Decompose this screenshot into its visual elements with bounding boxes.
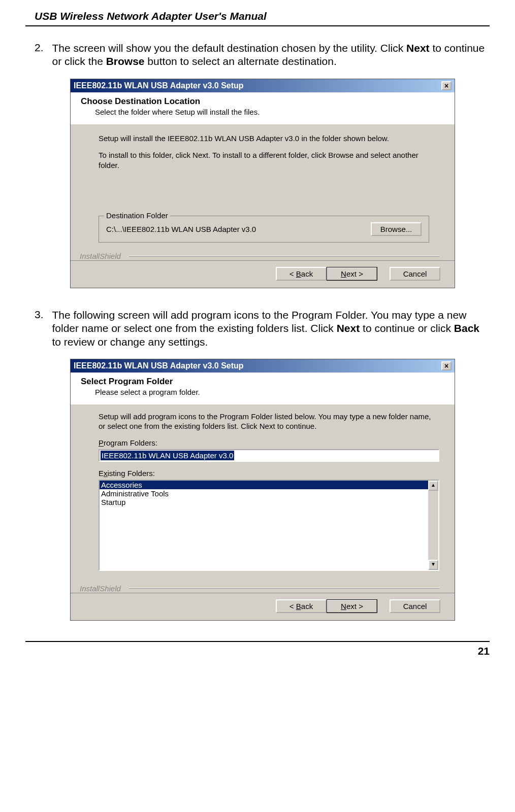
dialog-subheading: Please select a program folder.: [95, 388, 439, 396]
dialog-heading: Select Program Folder: [81, 377, 439, 387]
content-panel: Setup will install the IEEE802.11b WLAN …: [71, 124, 455, 249]
step-text: The screen will show you the default des…: [52, 42, 487, 69]
step-number: 3.: [35, 309, 50, 321]
program-folders-label: Program Folders:: [99, 438, 439, 447]
installshield-label: InstallShield: [80, 584, 121, 593]
header-panel: Select Program Folder Please select a pr…: [71, 373, 455, 404]
scroll-down-icon[interactable]: ▼: [428, 560, 438, 570]
scrollbar[interactable]: ▲ ▼: [428, 481, 438, 570]
browse-button[interactable]: Browse...: [371, 222, 422, 236]
instruction-text: Setup will install the IEEE802.11b WLAN …: [99, 133, 439, 144]
next-button[interactable]: Next >: [327, 267, 377, 281]
instruction-text: Setup will add program icons to the Prog…: [99, 412, 439, 431]
list-item[interactable]: Accessories: [100, 481, 438, 489]
page-header: USB Wireless Network Adapter User's Manu…: [25, 10, 490, 26]
back-button[interactable]: < Back: [276, 267, 327, 281]
list-item[interactable]: Startup: [100, 498, 438, 506]
destination-folder-group: Destination Folder C:\...\IEEE802.11b WL…: [99, 216, 429, 243]
group-legend: Destination Folder: [104, 211, 170, 220]
titlebar: IEEE802.11b WLAN USB Adapter v3.0 Setup …: [71, 359, 455, 373]
window-title: IEEE802.11b WLAN USB Adapter v3.0 Setup: [74, 81, 244, 90]
step-3: 3. The following screen will add program…: [25, 309, 490, 349]
close-button[interactable]: ×: [441, 361, 452, 370]
step-2: 2. The screen will show you the default …: [25, 42, 490, 69]
back-button[interactable]: < Back: [276, 599, 327, 613]
step-text: The following screen will add program ic…: [52, 309, 487, 349]
instruction-text: To install to this folder, click Next. T…: [99, 150, 439, 170]
titlebar: IEEE802.11b WLAN USB Adapter v3.0 Setup …: [71, 79, 455, 92]
content-panel: Setup will add program icons to the Prog…: [71, 404, 455, 581]
list-item[interactable]: Administrative Tools: [100, 489, 438, 498]
dialog-subheading: Select the folder where Setup will insta…: [95, 108, 439, 116]
installshield-label: InstallShield: [80, 252, 121, 260]
program-folder-input[interactable]: IEEE802.11b WLAN USB Adapter v3.0: [99, 449, 439, 462]
cancel-button[interactable]: Cancel: [390, 267, 440, 281]
scroll-up-icon[interactable]: ▲: [428, 481, 438, 491]
installer-dialog-program-folder: IEEE802.11b WLAN USB Adapter v3.0 Setup …: [70, 359, 455, 621]
dialog-heading: Choose Destination Location: [81, 96, 439, 107]
destination-path: C:\...\IEEE802.11b WLAN USB Adapter v3.0: [106, 225, 256, 233]
button-bar: < Back Next > Cancel: [71, 260, 455, 288]
page-number: 21: [25, 641, 490, 657]
existing-folders-label: Existing Folders:: [99, 469, 439, 478]
header-panel: Choose Destination Location Select the f…: [71, 92, 455, 124]
close-button[interactable]: ×: [441, 81, 452, 90]
existing-folders-list[interactable]: Accessories Administrative Tools Startup…: [99, 480, 439, 571]
installer-dialog-destination: IEEE802.11b WLAN USB Adapter v3.0 Setup …: [70, 79, 455, 289]
next-button[interactable]: Next >: [327, 599, 377, 613]
step-number: 2.: [35, 42, 50, 54]
window-title: IEEE802.11b WLAN USB Adapter v3.0 Setup: [74, 361, 244, 370]
cancel-button[interactable]: Cancel: [390, 599, 440, 613]
button-bar: < Back Next > Cancel: [71, 593, 455, 620]
